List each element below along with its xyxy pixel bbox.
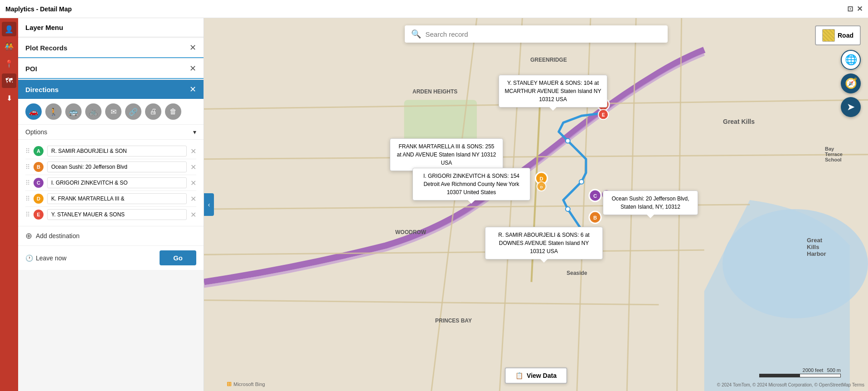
plot-records-close[interactable]: ✕ bbox=[189, 43, 196, 53]
leave-now-label: Leave now bbox=[36, 254, 67, 262]
route-entry-e: ⠿ E ✕ bbox=[25, 207, 196, 222]
sidebar-icon-user[interactable]: 👤 bbox=[2, 22, 16, 36]
transport-bike[interactable]: 🚲 bbox=[85, 103, 102, 120]
scale-bar: 2000 feet 500 m bbox=[759, 367, 841, 377]
route-input-a[interactable] bbox=[47, 146, 187, 156]
transport-transit[interactable]: 🚌 bbox=[65, 103, 82, 120]
directions-close[interactable]: ✕ bbox=[189, 84, 196, 94]
clock-icon: 🕐 bbox=[25, 254, 33, 262]
layer-menu-label: Layer Menu bbox=[25, 24, 63, 31]
road-icon bbox=[822, 29, 835, 42]
road-button[interactable]: Road bbox=[815, 25, 861, 45]
transport-share[interactable]: 🔗 bbox=[125, 103, 141, 120]
route-letter-a: A bbox=[34, 146, 44, 156]
leave-now[interactable]: 🕐 Leave now bbox=[25, 254, 67, 262]
compass-button[interactable]: 🧭 bbox=[841, 73, 861, 93]
bing-logo: ⊞ Microsoft Bing bbox=[227, 381, 265, 387]
drag-handle-d[interactable]: ⠿ bbox=[25, 195, 30, 202]
map-right-controls: 🌐 🧭 ➤ bbox=[841, 50, 861, 117]
route-entry-d: ⠿ D ✕ bbox=[25, 191, 196, 207]
search-input[interactable] bbox=[426, 30, 661, 38]
sidebar-icon-pin[interactable]: 📍 bbox=[2, 56, 16, 71]
window-title: Maplytics - Detail Map bbox=[5, 5, 72, 13]
options-row[interactable]: Options ▾ bbox=[18, 125, 204, 140]
transport-delete[interactable]: 🗑 bbox=[165, 103, 181, 120]
navigation-button[interactable]: ➤ bbox=[841, 97, 861, 117]
plot-records-section: Plot Records ✕ bbox=[18, 38, 204, 58]
scale-visual bbox=[759, 374, 841, 377]
restore-icon[interactable]: ⊡ bbox=[847, 5, 853, 13]
map-popup-a: R. SAMIR ABOURJEILI & SONS: 6 at DOWNES … bbox=[485, 227, 603, 259]
route-remove-d[interactable]: ✕ bbox=[190, 195, 196, 203]
sidebar-icons: 👤 🧑‍🤝‍🧑 📍 🗺 ⬇ bbox=[0, 18, 18, 391]
transport-email[interactable]: ✉ bbox=[105, 103, 121, 120]
poi-close[interactable]: ✕ bbox=[189, 64, 196, 73]
go-button[interactable]: Go bbox=[160, 250, 196, 265]
route-letter-e: E bbox=[34, 210, 44, 220]
route-entry-a: ⠿ A ✕ bbox=[25, 143, 196, 159]
add-destination-label: Add destination bbox=[36, 232, 80, 239]
directions-label: Directions bbox=[25, 86, 58, 93]
transport-row: 🚗 🚶 🚌 🚲 ✉ 🔗 🖨 🗑 bbox=[18, 99, 204, 125]
map-search-bar: 🔍 bbox=[405, 25, 668, 43]
drag-handle-b[interactable]: ⠿ bbox=[25, 163, 30, 171]
add-icon: ⊕ bbox=[25, 231, 32, 241]
bing-text: Microsoft Bing bbox=[233, 381, 265, 387]
scale-feet: 2000 feet bbox=[803, 367, 824, 373]
poi-section: POI ✕ bbox=[18, 59, 204, 79]
route-input-b[interactable] bbox=[47, 161, 187, 172]
options-label: Options bbox=[25, 128, 47, 136]
title-bar: Maplytics - Detail Map ⊡ ✕ bbox=[0, 0, 868, 18]
drag-handle-e[interactable]: ⠿ bbox=[25, 211, 30, 218]
scale-meters: 500 m bbox=[827, 367, 841, 373]
map-area[interactable]: ‹ 🔍 Road 🌐 🧭 ➤ bbox=[204, 18, 868, 391]
svg-point-15 bbox=[566, 207, 570, 211]
sidebar-icon-people[interactable]: 🧑‍🤝‍🧑 bbox=[2, 39, 16, 54]
layer-menu-header: Layer Menu bbox=[18, 18, 204, 37]
svg-point-16 bbox=[579, 180, 584, 184]
ms-icon: ⊞ bbox=[227, 381, 232, 387]
svg-point-17 bbox=[566, 139, 570, 143]
plot-records-label: Plot Records bbox=[25, 44, 68, 52]
route-input-c[interactable] bbox=[47, 177, 187, 188]
collapse-arrow[interactable]: ‹ bbox=[204, 193, 214, 216]
route-entry-c: ⠿ C ✕ bbox=[25, 175, 196, 191]
directions-section: Directions ✕ bbox=[18, 80, 204, 99]
svg-text:B: B bbox=[593, 215, 597, 220]
map-popup-b: Ocean Sushi: 20 Jefferson Blvd, Staten I… bbox=[603, 191, 698, 215]
route-letter-c: C bbox=[34, 178, 44, 188]
options-chevron: ▾ bbox=[193, 128, 196, 136]
transport-print[interactable]: 🖨 bbox=[145, 103, 161, 120]
transport-walk[interactable]: 🚶 bbox=[45, 103, 62, 120]
route-remove-b[interactable]: ✕ bbox=[190, 163, 196, 171]
globe-button[interactable]: 🌐 bbox=[841, 50, 861, 70]
drag-handle-c[interactable]: ⠿ bbox=[25, 179, 30, 186]
sidebar-icon-map[interactable]: 🗺 bbox=[2, 73, 16, 88]
route-input-d[interactable] bbox=[47, 193, 187, 204]
route-remove-e[interactable]: ✕ bbox=[190, 210, 196, 219]
route-entry-b: ⠿ B ✕ bbox=[25, 159, 196, 175]
view-data-button[interactable]: 📋 View Data bbox=[504, 367, 567, 384]
map-popup-e: Y. STANLEY MAUER & SONS: 104 at MCARTHUR… bbox=[499, 75, 607, 108]
sidebar-icon-download[interactable]: ⬇ bbox=[2, 91, 16, 105]
svg-text:C: C bbox=[593, 193, 597, 199]
transport-car[interactable]: 🚗 bbox=[25, 103, 42, 120]
road-label: Road bbox=[838, 32, 853, 39]
route-input-e[interactable] bbox=[47, 209, 187, 220]
drag-handle-a[interactable]: ⠿ bbox=[25, 147, 30, 155]
view-data-label: View Data bbox=[527, 372, 557, 379]
route-entries: ⠿ A ✕ ⠿ B ✕ ⠿ C ✕ ⠿ D ✕ bbox=[18, 140, 204, 226]
title-bar-controls: ⊡ ✕ bbox=[847, 5, 863, 13]
map-popup-c: I. GRIGORI ZINKEVITCH & SONS: 154 Detroi… bbox=[412, 168, 530, 200]
route-remove-a[interactable]: ✕ bbox=[190, 147, 196, 156]
add-destination[interactable]: ⊕ Add destination bbox=[18, 226, 204, 245]
left-panel: Layer Menu Plot Records ✕ POI ✕ Directio… bbox=[18, 18, 204, 391]
map-svg: A B C D D E E bbox=[204, 18, 868, 391]
route-letter-b: B bbox=[34, 162, 44, 172]
main-layout: 👤 🧑‍🤝‍🧑 📍 🗺 ⬇ Layer Menu Plot Records ✕ … bbox=[0, 18, 868, 391]
poi-label: POI bbox=[25, 65, 37, 73]
map-popup-d: FRANK MARTARELLA III & SONS: 255 at AND … bbox=[390, 138, 503, 171]
route-letter-d: D bbox=[34, 194, 44, 204]
close-icon[interactable]: ✕ bbox=[857, 5, 863, 13]
route-remove-c[interactable]: ✕ bbox=[190, 179, 196, 187]
